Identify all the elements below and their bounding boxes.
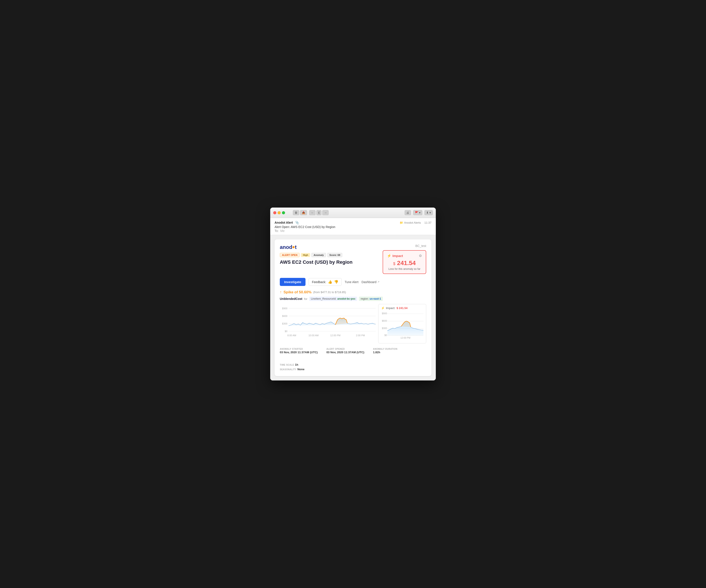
close-button[interactable] <box>273 211 276 214</box>
email-time: 11:37 <box>424 221 431 224</box>
attachment-icon: 📎 <box>295 221 299 224</box>
traffic-lights <box>273 211 285 214</box>
impact-y-0: $0 <box>384 334 387 336</box>
logo-text-before: anod <box>280 244 292 250</box>
to-label: To: <box>275 229 279 233</box>
tag1-val: anodot-bc-poc <box>337 297 355 300</box>
badge-high: High <box>301 253 310 257</box>
anomaly-started-val: 03 Nov, 2020 11:37AM (UTC) <box>280 351 318 354</box>
badge-anomaly: Anomaly <box>311 253 326 257</box>
to-value: Me <box>280 229 284 233</box>
timescale-val: 1h <box>295 363 298 366</box>
impact-description: Loss for this anomaly so far <box>387 267 422 270</box>
folder-icon: 📁 <box>400 221 403 224</box>
y-label-0: $0 <box>285 330 287 333</box>
impact-chart-value: $ 241.54 <box>397 306 408 310</box>
metric-tag-region: region: us-east-1 <box>359 297 383 301</box>
impact-label-text: Impact <box>392 254 403 258</box>
back-all-button[interactable]: ⟪ <box>316 210 321 215</box>
left-section: ALERT OPEN High Anomaly Score: 69 AWS EC… <box>280 250 353 265</box>
anomaly-duration-key: ANOMALY DURATION <box>373 348 397 350</box>
anomaly-started-key: ANOMALY STARTED <box>280 348 318 350</box>
impact-chart-icon: ⚡ <box>381 306 385 310</box>
alert-opened: ALERT OPENED 03 Nov, 2020 11:37AM (UTC) <box>326 348 364 354</box>
main-chart-svg: $900 $600 $300 $0 <box>280 304 376 339</box>
nav-buttons: 🗑 📥 <box>293 210 307 215</box>
spike-arrow: ↑ <box>280 290 282 294</box>
impact-label: ⚡ Impact <box>387 254 403 258</box>
y-label-900: $900 <box>282 307 287 310</box>
nav-arrows: ← ⟪ → <box>309 210 328 215</box>
impact-amount: 241.54 <box>397 260 416 266</box>
tag2-val: us-east-1 <box>369 297 381 300</box>
tune-alert-link[interactable]: Tune Alert <box>345 280 358 284</box>
timescale-key: TIME SCALE <box>280 364 294 366</box>
impact-x-12pm: 12:00 PM <box>400 336 410 339</box>
badge-row: ALERT OPEN High Anomaly Score: 69 <box>280 253 353 257</box>
impact-chart-svg: $900 $600 $300 $0 12:00 PM <box>381 310 423 340</box>
anomaly-duration-val: 1.82h <box>373 351 397 354</box>
email-to-row: To: Me <box>275 229 431 233</box>
y-label-600: $600 <box>282 315 287 317</box>
impact-value: $ 241.54 <box>387 260 422 266</box>
investigate-button[interactable]: Investigate <box>280 278 306 286</box>
flag-button[interactable]: 🚩 ▾ <box>413 210 423 215</box>
thumbdown-icon[interactable]: 👎 <box>334 280 339 284</box>
forward-button[interactable]: → <box>322 210 328 215</box>
x-label-12pm: 12:00 PM <box>330 334 340 337</box>
badge-score: Score: 69 <box>327 253 343 257</box>
back-button[interactable]: ← <box>309 210 316 215</box>
titlebar: 🗑 📥 ← ⟪ → 🖨 🚩 ▾ ⬇ ▾ <box>270 208 436 218</box>
seasonality-key: SEASONALITY <box>280 368 297 371</box>
dashboard-label: Dashboard <box>361 280 377 284</box>
delete-button[interactable]: 🗑 <box>293 210 299 215</box>
external-link-icon: ↗ <box>378 281 379 283</box>
tag1-key: LineItem_ResourceId: <box>311 297 337 300</box>
gear-icon[interactable]: ⚙ <box>419 254 422 258</box>
x-label-2pm: 2:00 PM <box>356 334 365 337</box>
card-header: anod t BC_test <box>280 244 426 250</box>
alert-opened-key: ALERT OPENED <box>326 348 364 350</box>
impact-icon: ⚡ <box>387 254 391 258</box>
meta-footer: ANOMALY STARTED 03 Nov, 2020 11:37AM (UT… <box>280 348 426 371</box>
spike-label: Spike of 50.60% <box>283 290 312 294</box>
logo-text-after: t <box>295 244 297 250</box>
metric-row: UnblendedCost for LineItem_ResourceId: a… <box>280 297 426 301</box>
seasonality-val: None <box>298 368 305 371</box>
maximize-button[interactable] <box>282 211 285 214</box>
timescale-seasonality: TIME SCALE 1h SEASONALITY None <box>280 363 304 371</box>
email-subject: Alert Open: AWS EC2 Cost (USD) by Region <box>275 225 431 229</box>
logo-dot-icon <box>292 246 295 248</box>
minimize-button[interactable] <box>278 211 281 214</box>
anodot-logo: anod t <box>280 244 297 250</box>
main-chart: $900 $600 $300 $0 <box>280 304 376 343</box>
charts-row: $900 $600 $300 $0 <box>280 304 426 343</box>
alert-title: AWS EC2 Cost (USD) by Region <box>280 259 353 265</box>
anomaly-duration: ANOMALY DURATION 1.82h <box>373 348 397 354</box>
impact-y-900: $900 <box>382 312 387 315</box>
dashboard-link[interactable]: Dashboard ↗ <box>361 280 379 284</box>
email-folder: Anodot Alerts <box>404 221 421 224</box>
alert-opened-val: 03 Nov, 2020 11:37AM (UTC) <box>326 351 364 354</box>
impact-header: ⚡ Impact ⚙ <box>387 254 422 258</box>
email-header: Anodot Alert 📎 📁 Anodot Alerts 11:37 Ale… <box>270 218 436 235</box>
email-content: anod t BC_test ALERT OPEN High Anomaly S… <box>270 235 436 380</box>
x-label-8am: 8:00 AM <box>287 334 296 337</box>
dollar-sign: $ <box>393 261 395 266</box>
account-name: BC_test <box>415 244 426 248</box>
x-label-10am: 10:00 AM <box>309 334 319 337</box>
print-button[interactable]: 🖨 <box>405 210 411 215</box>
metric-for: for <box>304 297 307 300</box>
archive-button[interactable]: 📥 <box>300 210 307 215</box>
action-row: Investigate Feedback: 👍 👎 Tune Alert Das… <box>280 278 426 286</box>
metric-tag-resource: LineItem_ResourceId: anodot-bc-poc <box>309 297 357 301</box>
download-button[interactable]: ⬇ ▾ <box>425 210 433 215</box>
email-window: 🗑 📥 ← ⟪ → 🖨 🚩 ▾ ⬇ ▾ Anodot Alert 📎 📁 Ano… <box>270 208 436 380</box>
spike-row: ↑ Spike of 50.60% (from $477.31 to $718.… <box>280 290 426 294</box>
impact-y-600: $600 <box>382 320 387 322</box>
email-sender: Anodot Alert <box>275 221 293 224</box>
y-label-300: $300 <box>282 322 287 325</box>
feedback-box: Feedback: 👍 👎 <box>309 278 342 286</box>
chart-area-fill <box>288 318 376 326</box>
thumbup-icon[interactable]: 👍 <box>328 280 332 284</box>
